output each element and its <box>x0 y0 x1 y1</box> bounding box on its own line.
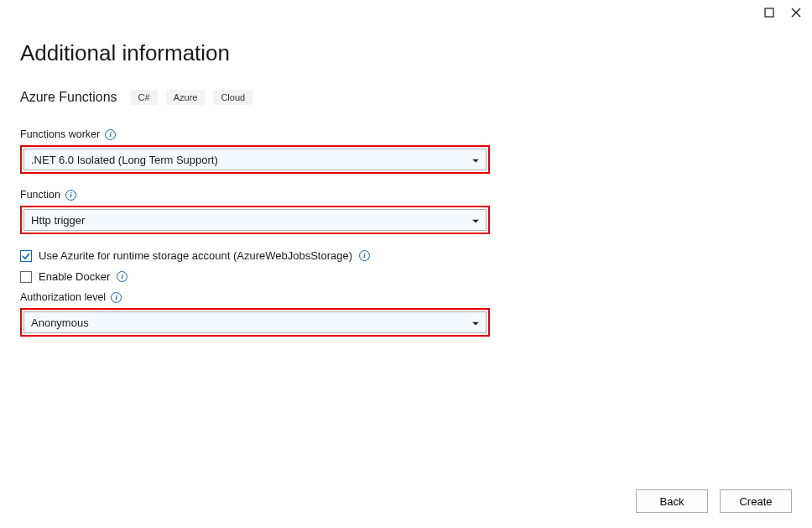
close-icon[interactable] <box>790 7 802 18</box>
functions-worker-label: Functions worker <box>20 128 100 140</box>
use-azurite-checkbox[interactable] <box>20 250 32 262</box>
functions-worker-value: .NET 6.0 Isolated (Long Term Support) <box>31 154 218 166</box>
create-button[interactable]: Create <box>720 489 792 513</box>
info-icon[interactable]: i <box>105 129 116 140</box>
subtitle-row: Azure Functions C# Azure Cloud <box>20 90 792 105</box>
functions-worker-highlight: .NET 6.0 Isolated (Long Term Support) <box>20 145 490 174</box>
chevron-down-icon <box>472 214 479 227</box>
function-label: Function <box>20 189 60 201</box>
enable-docker-checkbox[interactable] <box>20 271 32 283</box>
authorization-level-value: Anonymous <box>31 316 89 329</box>
svg-rect-0 <box>765 8 773 17</box>
back-button[interactable]: Back <box>636 489 708 513</box>
chevron-down-icon <box>472 316 479 329</box>
page-title: Additional information <box>20 40 792 66</box>
enable-docker-label: Enable Docker <box>39 270 110 283</box>
authorization-level-select[interactable]: Anonymous <box>23 311 487 333</box>
functions-worker-select[interactable]: .NET 6.0 Isolated (Long Term Support) <box>23 149 487 170</box>
authorization-level-highlight: Anonymous <box>20 308 490 337</box>
chevron-down-icon <box>472 154 479 166</box>
function-select[interactable]: Http trigger <box>23 209 487 231</box>
project-type-label: Azure Functions <box>20 90 117 105</box>
maximize-icon[interactable] <box>763 7 775 18</box>
tag-cloud: Cloud <box>213 90 252 105</box>
info-icon[interactable]: i <box>111 292 122 303</box>
authorization-level-label: Authorization level <box>20 291 106 303</box>
info-icon[interactable]: i <box>65 190 76 201</box>
tag-csharp: C# <box>131 90 158 105</box>
info-icon[interactable]: i <box>117 271 128 282</box>
use-azurite-label: Use Azurite for runtime storage account … <box>39 249 352 262</box>
tag-azure: Azure <box>166 90 206 105</box>
info-icon[interactable]: i <box>359 250 370 261</box>
function-highlight: Http trigger <box>20 206 490 234</box>
function-value: Http trigger <box>31 214 85 227</box>
